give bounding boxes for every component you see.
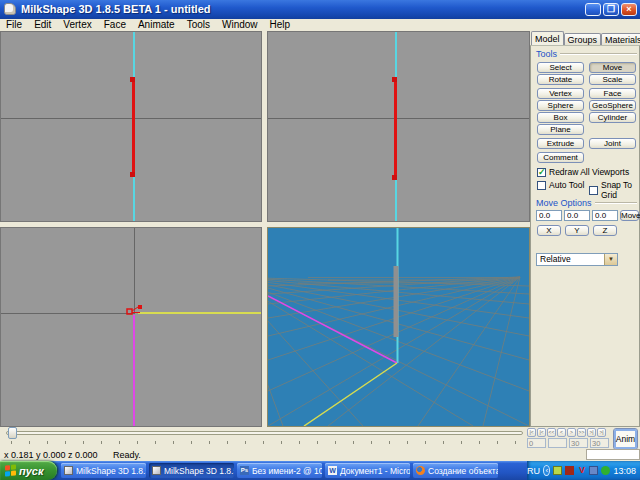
tray-app-icon-3[interactable] — [589, 466, 598, 475]
start-button[interactable]: пуск — [0, 461, 57, 480]
viewport-front[interactable] — [0, 31, 262, 222]
selected-cylinder-edge — [394, 79, 397, 178]
close-button[interactable]: × — [621, 3, 637, 16]
window-title: MilkShape 3D 1.8.5 BETA 1 - untitled — [21, 0, 210, 19]
menu-edit[interactable]: Edit — [28, 19, 57, 31]
status-bar: x 0.181 y 0.000 z 0.000 Ready. — [0, 449, 640, 461]
comment-button[interactable]: Comment — [537, 152, 584, 163]
next-keyframe-button[interactable]: >| — [587, 428, 596, 437]
last-frame-button[interactable]: >| — [597, 428, 606, 437]
menu-help[interactable]: Help — [264, 19, 297, 31]
tab-model[interactable]: Model — [531, 31, 564, 45]
box-button[interactable]: Box — [537, 112, 584, 123]
menu-tools[interactable]: Tools — [181, 19, 216, 31]
x-axis-line-dark — [1, 313, 135, 314]
menu-file[interactable]: File — [0, 19, 28, 31]
viewport-side[interactable] — [267, 31, 530, 222]
viewport-3d[interactable] — [267, 227, 530, 427]
move-x-input[interactable] — [536, 210, 562, 221]
taskbar-item-milkshape-2[interactable]: MilkShape 3D 1.8.5 B... — [149, 463, 234, 478]
windows-logo-icon — [5, 464, 16, 476]
antivirus-icon[interactable]: V — [577, 466, 586, 475]
menu-window[interactable]: Window — [216, 19, 264, 31]
tab-groups[interactable]: Groups — [564, 33, 602, 45]
prev-keyframe-button[interactable]: |< — [537, 428, 546, 437]
prev-frame-button[interactable]: < — [557, 428, 566, 437]
x-axis-yellow — [304, 363, 397, 426]
geosphere-button[interactable]: GeoSphere — [589, 100, 636, 111]
current-frame-field[interactable] — [527, 438, 546, 448]
vertex-button[interactable]: Vertex — [537, 88, 584, 99]
tab-materials[interactable]: Materials — [601, 33, 640, 45]
status-pane — [586, 449, 640, 460]
face-button[interactable]: Face — [589, 88, 636, 99]
plane-button[interactable]: Plane — [537, 124, 584, 135]
cylinder-button[interactable]: Cylinder — [589, 112, 636, 123]
checkbox-icon — [537, 181, 546, 190]
move-z-input[interactable] — [592, 210, 618, 221]
taskbar-item-photoshop[interactable]: Ps Без имени-2 @ 100... — [237, 463, 322, 478]
menu-animate[interactable]: Animate — [132, 19, 181, 31]
timeline-slider-thumb[interactable] — [8, 427, 17, 439]
keyframe-vcr-controls: |< |< << < > >> >| >| — [527, 428, 606, 437]
checkbox-checked-icon — [537, 168, 546, 177]
joint-button[interactable]: Joint — [589, 138, 636, 149]
move-y-input[interactable] — [564, 210, 590, 221]
frame-field-blank[interactable] — [548, 438, 567, 448]
timeline-ticks — [11, 441, 523, 444]
select-button[interactable]: Select — [537, 62, 584, 73]
x-axis-yellow — [138, 312, 262, 314]
scale-button[interactable]: Scale — [589, 74, 636, 85]
sphere-button[interactable]: Sphere — [537, 100, 584, 111]
chevron-down-icon: ▼ — [604, 254, 617, 265]
hide-icons-chevron-icon[interactable]: ‹ — [543, 465, 550, 476]
next-frame-button[interactable]: > — [567, 428, 576, 437]
clock: 13:08 — [613, 466, 636, 476]
axis-y-button[interactable]: Y — [565, 225, 589, 236]
milkshape-icon — [152, 466, 161, 475]
menu-vertex[interactable]: Vertex — [57, 19, 97, 31]
total-frames-field[interactable] — [569, 438, 588, 448]
snap-to-grid-checkbox[interactable]: Snap To Grid — [589, 180, 639, 200]
rewind-button[interactable]: << — [547, 428, 556, 437]
taskbar-item-firefox[interactable]: Создание объекта с... — [413, 463, 498, 478]
task-buttons: MilkShape 3D 1.8.5 B... MilkShape 3D 1.8… — [61, 463, 498, 478]
move-options-label: Move Options — [536, 198, 637, 208]
tools-group-label: Tools — [536, 49, 637, 59]
side-panel: Model Groups Materials Joints Tools Sele… — [530, 31, 640, 427]
restore-button[interactable]: ❐ — [603, 3, 619, 16]
title-bar: MilkShape 3D 1.8.5 BETA 1 - untitled _ ❐… — [0, 0, 640, 19]
panel-tabs: Model Groups Materials Joints — [531, 31, 640, 45]
minimize-button[interactable]: _ — [585, 3, 601, 16]
taskbar-item-word[interactable]: W Документ1 - Microso... — [325, 463, 410, 478]
axis-x-button[interactable]: X — [537, 225, 561, 236]
extrude-button[interactable]: Extrude — [537, 138, 584, 149]
auto-tool-checkbox[interactable]: Auto Tool — [537, 180, 584, 190]
tray-app-icon-2[interactable] — [565, 466, 574, 475]
language-indicator[interactable]: RU — [527, 466, 540, 476]
move-apply-button[interactable]: Move — [620, 210, 639, 221]
anim-toggle-button[interactable]: Anim — [613, 428, 638, 450]
system-tray: RU ‹ V 13:08 — [527, 461, 640, 480]
selected-cylinder-edge — [132, 79, 135, 177]
timeline-slider[interactable] — [6, 431, 523, 435]
move-mode-dropdown[interactable]: Relative ▼ — [536, 253, 618, 266]
model-tab-page: Tools Select Move Rotate Scale Vertex Fa… — [530, 45, 640, 427]
rotate-button[interactable]: Rotate — [537, 74, 584, 85]
viewport-top[interactable] — [0, 227, 262, 427]
tray-app-icon-4[interactable] — [601, 466, 610, 475]
selection-handle-top — [130, 77, 135, 82]
first-frame-button[interactable]: |< — [527, 428, 536, 437]
axis-z-button[interactable]: Z — [593, 225, 617, 236]
menu-face[interactable]: Face — [98, 19, 132, 31]
redraw-all-viewports-checkbox[interactable]: Redraw All Viewports — [537, 167, 629, 177]
z-axis-line-dark — [134, 228, 135, 313]
taskbar-item-milkshape-1[interactable]: MilkShape 3D 1.8.5 B... — [61, 463, 146, 478]
selection-handle-top — [392, 77, 397, 82]
move-button[interactable]: Move — [589, 62, 636, 73]
selected-vertices-marker — [123, 302, 147, 320]
tray-app-icon-1[interactable] — [553, 466, 562, 475]
milkshape-icon — [64, 466, 73, 475]
forward-button[interactable]: >> — [577, 428, 586, 437]
fps-field[interactable] — [590, 438, 609, 448]
